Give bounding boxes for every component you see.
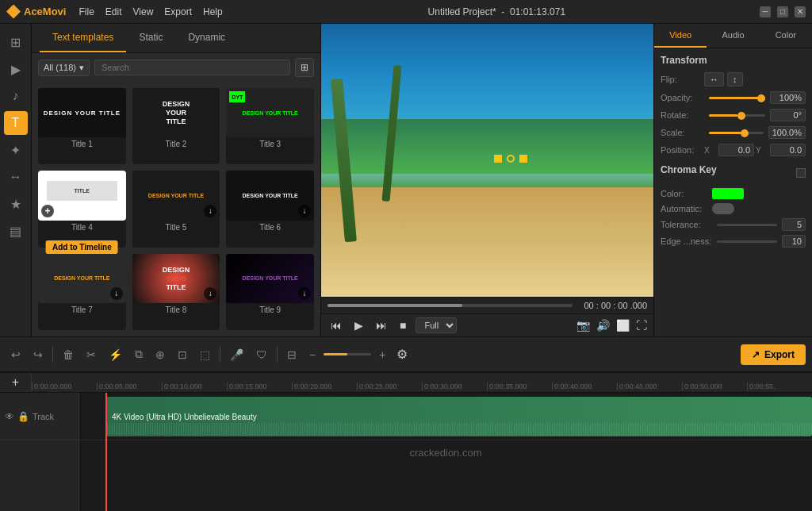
menu-export[interactable]: Export	[164, 6, 192, 17]
skip-next-frame-button[interactable]: ⏭	[373, 317, 390, 333]
quality-select[interactable]: Full	[416, 317, 457, 333]
sidebar-item-stickers[interactable]: ★	[4, 192, 28, 216]
template-item-5[interactable]: DESIGN YOUR TITLE ↓ Title 5	[132, 171, 220, 247]
flip-horizontal-button[interactable]: ↔	[704, 72, 724, 86]
timeline-tracks[interactable]: crackedion.com 4K Video (Ultra HD) Unbel…	[79, 393, 812, 511]
menu-edit[interactable]: Edit	[105, 6, 122, 17]
transport-bar: ⏮ ▶ ⏭ ■ Full 📷 🔊 ⬜ ⛶	[321, 313, 653, 336]
menu-view[interactable]: View	[133, 6, 154, 17]
crop-button[interactable]: ⊡	[173, 345, 192, 364]
skip-back-button[interactable]: ⏮	[327, 317, 345, 333]
chevron-down-icon: ▾	[79, 63, 84, 73]
minimize-button[interactable]: ─	[760, 6, 771, 17]
zoom-out-button[interactable]: −	[304, 345, 320, 364]
delete-button[interactable]: 🗑	[58, 345, 79, 364]
search-input[interactable]	[94, 60, 290, 75]
tab-color[interactable]: Color	[760, 24, 812, 48]
transport-icons: 📷 🔊 ⬜ ⛶	[576, 319, 647, 332]
tab-static[interactable]: Static	[126, 24, 175, 52]
rotate-slider[interactable]	[709, 114, 765, 117]
redo-button[interactable]: ↪	[29, 345, 48, 364]
export-button[interactable]: ↗ Export	[741, 344, 806, 365]
close-button[interactable]: ✕	[795, 6, 806, 17]
tab-dynamic[interactable]: Dynamic	[175, 24, 238, 52]
mic-button[interactable]: 🎤	[225, 345, 248, 364]
sidebar-item-effects[interactable]: ✦	[4, 138, 28, 162]
clip-waveform	[105, 423, 812, 435]
zoom-fill	[324, 353, 347, 355]
zoom-slider[interactable]	[324, 353, 371, 355]
paste-button[interactable]: ⊕	[151, 345, 170, 364]
lock-icon[interactable]: 🔒	[17, 411, 29, 422]
progress-bar[interactable]	[327, 304, 573, 307]
eye-icon[interactable]: 👁	[5, 411, 14, 422]
maximize-button[interactable]: □	[777, 6, 788, 17]
volume-icon[interactable]: 🔊	[596, 319, 610, 332]
video-clip[interactable]: 4K Video (Ultra HD) Unbelievable Beauty	[105, 397, 812, 436]
template-item-2[interactable]: DESIGN YOUR TITLE Title 2	[132, 88, 220, 164]
watermark-text: crackedion.com	[409, 446, 481, 458]
screenshot-icon[interactable]: 📷	[576, 319, 590, 332]
chroma-checkbox[interactable]	[796, 168, 806, 178]
sidebar-item-audio[interactable]: ♪	[4, 84, 28, 108]
tab-bar: Text templates Static Dynamic	[32, 24, 320, 53]
templates-panel: Text templates Static Dynamic All (118) …	[32, 24, 321, 336]
download-icon: ↓	[204, 287, 216, 300]
shield-button[interactable]: 🛡	[251, 345, 272, 364]
pos-y-value[interactable]: 0.0	[770, 144, 806, 156]
scale-thumb	[741, 129, 749, 137]
filter-dropdown[interactable]: All (118) ▾	[38, 60, 90, 76]
flip-vertical-button[interactable]: ↕	[727, 72, 743, 86]
template-item-7[interactable]: DESIGN YOUR TITLE ↓ Title 7	[38, 254, 126, 330]
scale-slider[interactable]	[709, 132, 764, 134]
ruler-mark-9: 0:00:45.000	[617, 382, 682, 390]
zoom-in-button[interactable]: +	[374, 345, 390, 364]
subtitle-icon[interactable]: ⬜	[616, 319, 630, 332]
tab-audio[interactable]: Audio	[707, 24, 759, 48]
template-item-4[interactable]: Title + Add to Timeline Title 4	[38, 171, 126, 247]
position-label: Position:	[661, 145, 704, 155]
play-button[interactable]: ▶	[351, 317, 366, 333]
ruler-mark-1: 0:00:05.000	[97, 382, 162, 390]
chroma-color-swatch[interactable]	[712, 188, 744, 199]
tab-video[interactable]: Video	[654, 24, 707, 48]
ruler-mark-8: 0:00:40.000	[552, 382, 617, 390]
ruler-mark-2: 0:00:10.000	[162, 382, 227, 390]
menu-file[interactable]: File	[79, 6, 94, 17]
opacity-value: 100%	[770, 91, 806, 104]
sidebar-item-transitions[interactable]: ↔	[4, 165, 28, 189]
fullscreen-icon[interactable]: ⛶	[636, 319, 647, 332]
export2-button[interactable]: ⬚	[195, 345, 215, 364]
opacity-slider[interactable]	[709, 97, 765, 99]
cut-button[interactable]: ✂	[82, 345, 101, 364]
chroma-edge-slider[interactable]	[717, 240, 777, 243]
sidebar-item-home[interactable]: ⊞	[4, 30, 28, 54]
template-label-8: Title 8	[132, 303, 220, 317]
magic-button[interactable]: ⚡	[104, 345, 127, 364]
menu-help[interactable]: Help	[203, 6, 223, 17]
subtitle-btn[interactable]: ⊟	[282, 345, 301, 364]
chroma-tolerance-slider[interactable]	[717, 224, 777, 226]
template-item-8[interactable]: DESIGN YOUR TITLE ↓ Title 8	[132, 254, 220, 330]
template-item-6[interactable]: DESIGN YOUR TITLE ↓ Title 6	[226, 171, 314, 247]
pos-x-value[interactable]: 0.0	[718, 144, 754, 156]
settings-button[interactable]: ⚙	[393, 344, 411, 365]
grid-view-button[interactable]: ⊞	[295, 58, 314, 77]
sidebar-item-text[interactable]: T	[4, 111, 28, 135]
clip-label: 4K Video (Ultra HD) Unbelievable Beauty	[112, 413, 257, 421]
stop-button[interactable]: ■	[396, 317, 409, 333]
chroma-automatic-toggle[interactable]	[712, 203, 734, 214]
template-item-3[interactable]: DESIGN YOUR TITLE DYT Title 3	[226, 88, 314, 164]
sidebar-item-media[interactable]: ▶	[4, 57, 28, 81]
chroma-automatic-row: Automatic:	[661, 203, 806, 214]
add-track-button[interactable]: +	[0, 373, 32, 393]
add-icon: +	[41, 205, 54, 217]
tab-text-templates[interactable]: Text templates	[40, 24, 126, 52]
chroma-tolerance-row: Tolerance: 5	[661, 218, 806, 231]
undo-button[interactable]: ↩	[6, 345, 25, 364]
sidebar-item-filters[interactable]: ▤	[4, 219, 28, 243]
window-controls: ─ □ ✕	[760, 6, 806, 17]
copy-button[interactable]: ⧉	[130, 344, 147, 364]
template-item-1[interactable]: DESIGN YOUR TITLE Title 1	[38, 88, 126, 164]
template-item-9[interactable]: DESIGN YOUR TITLE ↓ Title 9	[226, 254, 314, 330]
